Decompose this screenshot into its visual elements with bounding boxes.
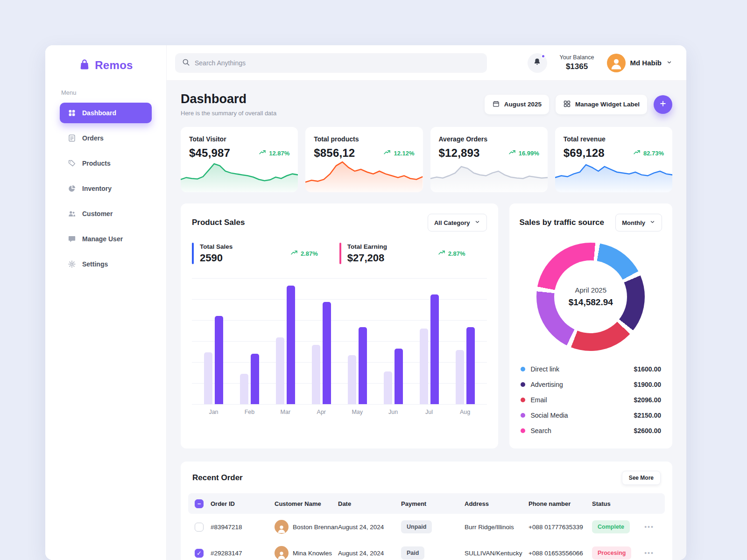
orders-table-body: #83947218Boston BrennanAugust 24, 2024Un… [188,514,665,560]
stat-card-total-products: Total products$856,1212.12% [305,127,423,192]
sidebar-item-label: Manage User [82,235,123,243]
legend-item-email: Email$2096.00 [521,392,662,407]
column-header-address: Address [465,500,529,507]
orders-table-header: −Order IDCustomer NameDatePaymentAddress… [188,493,665,514]
metric-total-earning: Total Earning$27,2082.87% [339,243,487,264]
column-header-phone-namber: Phone namber [529,500,592,507]
traffic-legend: Direct link$1600.00Advertising$1900.00Em… [520,361,662,438]
select-all-checkbox[interactable]: − [195,499,204,508]
bar-category-label: May [352,409,363,415]
stat-change-value: 12.12% [394,150,414,157]
bar-sales-jan [204,352,212,404]
bar-category-label: Feb [245,409,255,415]
stat-card-label: Total products [314,135,414,143]
notifications-button[interactable] [528,53,547,73]
column-header-date: Date [338,500,401,507]
recent-orders-title: Recent Order [192,473,243,483]
bar-category-label: Aug [460,409,470,415]
metric-value: $27,208 [347,252,387,264]
bar-group-may: May [348,278,367,415]
see-more-button[interactable]: See More [622,471,661,485]
column-header-status: Status [592,500,636,507]
menu-section-label: Menu [61,89,152,96]
bar-group-mar: Mar [276,278,295,415]
bar-earning-feb [251,354,259,404]
stat-card-value: $856,12 [314,147,355,160]
person-icon [609,56,623,72]
page-subtitle: Here is the summary of overall data [181,110,276,117]
payment-badge: Paid [401,546,424,560]
sparkline-chart [305,161,423,192]
stat-card-value: $69,128 [564,147,605,160]
bar-group-aug: Aug [456,278,475,415]
bar-category-label: Apr [317,409,326,415]
search-bar[interactable] [175,53,487,73]
bar-group-apr: Apr [312,278,331,415]
main-area: Your Balance $1365 Md Habib Dashboard He… [167,45,686,560]
sidebar-item-orders[interactable]: Orders [60,128,152,148]
metric-change-value: 2.87% [448,250,465,257]
calendar-icon [492,100,500,109]
row-checkbox[interactable] [195,523,204,532]
sidebar: Remos Menu DashboardOrdersProductsInvent… [45,45,167,560]
brand-name: Remos [95,59,133,72]
customer-name: Mina Knowles [293,550,332,557]
legend-label: Email [531,396,547,404]
sidebar-item-label: Inventory [82,185,112,192]
donut-center-label: April 2025 [575,286,606,294]
balance-label: Your Balance [560,54,594,61]
category-filter-dropdown[interactable]: All Category [428,214,487,231]
bar-earning-may [359,327,367,404]
traffic-donut-chart: April 2025 $14,582.94 [536,243,645,351]
column-header-order-id: Order ID [211,500,275,507]
add-widget-button[interactable] [654,95,672,114]
user-menu[interactable]: Md Habib [607,54,673,72]
search-input[interactable] [195,59,480,67]
trend-up-icon [383,149,391,158]
column-header-payment: Payment [401,500,465,507]
sidebar-item-inventory[interactable]: Inventory [60,178,152,199]
row-actions-menu[interactable]: ••• [636,549,665,557]
customer-avatar [275,520,289,534]
customer-phone: +088 01777635339 [529,524,592,531]
stat-card-value: $12,893 [439,147,480,160]
trend-up-icon [508,149,516,158]
legend-dot [521,382,525,387]
plus-icon [659,99,667,109]
bar-earning-apr [323,302,331,404]
bar-earning-jul [430,294,439,404]
traffic-source-card: Sales by traffic source Monthly April 20… [509,203,673,448]
metric-label: Total Sales [200,243,233,250]
category-filter-value: All Category [434,219,470,226]
legend-value: $2096.00 [634,396,661,404]
bar-group-jun: Jun [384,278,403,415]
donut-center: April 2025 $14,582.94 [554,260,627,333]
notification-dot [541,54,545,58]
sidebar-item-dashboard[interactable]: Dashboard [60,103,152,123]
manage-widget-button[interactable]: Manage Widget Label [556,95,647,114]
legend-label: Search [531,427,551,434]
bar-sales-apr [312,345,320,404]
dashboard-icon [68,109,76,117]
row-checkbox[interactable]: ✓ [195,549,204,558]
chevron-down-icon [666,59,672,67]
legend-dot [521,428,525,433]
brand-logo[interactable]: Remos [60,58,152,72]
sidebar-item-customer[interactable]: Customer [60,203,152,224]
metric-accent-bar [339,243,341,264]
bar-sales-mar [276,337,284,404]
sidebar-item-settings[interactable]: Settings [60,254,152,274]
row-actions-menu[interactable]: ••• [636,523,665,531]
status-badge: Procesing [592,546,631,560]
topbar: Your Balance $1365 Md Habib [167,45,686,81]
sidebar-item-products[interactable]: Products [60,153,152,174]
bar-sales-jun [384,371,392,404]
bar-category-label: Mar [281,409,291,415]
bar-earning-mar [287,286,295,404]
date-filter-button[interactable]: August 2025 [485,95,549,114]
sidebar-item-manage-user[interactable]: Manage User [60,229,152,249]
status-badge: Complete [592,520,630,533]
bar-category-label: Jul [425,409,433,415]
metric-change: 2.87% [290,249,318,258]
period-filter-dropdown[interactable]: Monthly [615,214,662,231]
